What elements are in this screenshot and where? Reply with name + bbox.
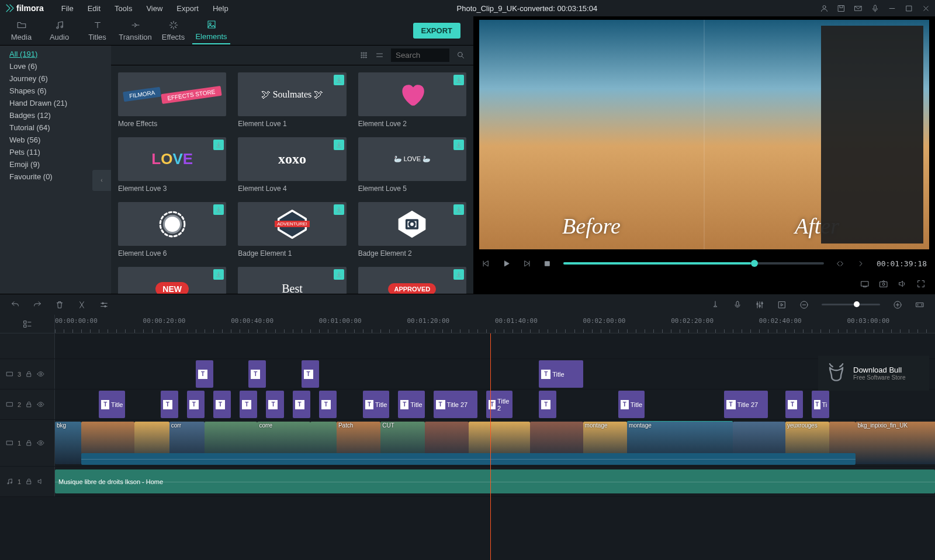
tab-audio[interactable]: Audio [40,18,78,44]
element-thumb[interactable]: NEW [118,267,226,294]
category-item[interactable]: Badges (12) [0,109,111,121]
save-icon[interactable] [837,4,846,13]
category-item[interactable]: Tutorial (64) [0,121,111,134]
title-clip[interactable]: T [196,360,213,388]
download-icon[interactable] [213,269,224,280]
title-clip[interactable]: TTitle [363,391,389,418]
download-icon[interactable] [334,140,344,150]
category-item[interactable]: Hand Drawn (21) [0,97,111,109]
redo-icon[interactable] [33,300,42,309]
track-header-audio[interactable]: 1 [0,467,55,496]
next-frame-icon[interactable] [522,259,531,268]
track-header-2[interactable]: 2 [0,389,55,419]
title-clip[interactable]: T [248,360,266,388]
title-clip[interactable]: T [539,391,556,418]
download-icon[interactable] [213,140,224,150]
title-clip[interactable]: TTi [812,391,829,418]
title-clip[interactable]: TTitle [99,391,125,418]
record-icon[interactable] [733,300,742,309]
title-clip[interactable]: T [161,391,178,418]
maximize-icon[interactable] [905,4,913,13]
download-icon[interactable] [334,204,344,215]
eye-icon[interactable] [37,439,44,447]
zoom-fit-icon[interactable] [915,300,924,309]
element-thumb[interactable]: 🕊 Soulmates 🕊Element Love 1 [238,72,346,128]
marker-next-icon[interactable] [856,259,865,268]
video-clip[interactable]: bkg_inpixio_fin_UK [856,422,935,464]
mixer-icon[interactable] [755,300,764,309]
user-icon[interactable] [820,4,829,13]
download-icon[interactable] [453,75,464,85]
title-clip[interactable]: T [213,391,231,418]
tab-effects[interactable]: Effects [154,18,192,44]
prev-frame-icon[interactable] [482,259,490,268]
preview-viewport[interactable]: Before After [479,20,929,249]
element-thumb[interactable]: Element Love 2 [358,72,466,128]
element-thumb[interactable]: Badge Element 2 [358,202,466,258]
mute-icon[interactable] [37,478,44,485]
minimize-icon[interactable] [888,4,896,13]
embedded-audio[interactable] [81,453,856,465]
category-item[interactable]: Journey (6) [0,72,111,85]
zoom-in-icon[interactable] [893,300,902,309]
tab-media[interactable]: Media [2,18,40,44]
title-clip[interactable]: TTitle [539,360,583,388]
lock-icon[interactable] [25,370,33,378]
zoom-slider[interactable] [822,304,880,305]
element-thumb[interactable]: APPROVED [358,267,466,294]
download-icon[interactable] [453,204,464,215]
mic-icon[interactable] [871,4,879,13]
title-clip[interactable]: TTitle 27 [724,391,768,418]
title-clip[interactable]: T [266,391,283,418]
track-header-1[interactable]: 1 [0,420,55,466]
menu-file[interactable]: File [56,3,79,14]
element-thumb[interactable]: xoxoElement Love 4 [238,137,346,193]
download-icon[interactable] [213,204,224,215]
title-clip[interactable]: TTitle [618,391,645,418]
menu-view[interactable]: View [140,3,168,14]
element-thumb[interactable]: FILMORAEFFECTS STOREMore Effects [118,72,226,128]
element-thumb[interactable]: 🦢 LOVE 🦢Element Love 5 [358,137,466,193]
marker-prev-icon[interactable] [836,259,844,268]
delete-icon[interactable] [55,300,64,309]
render-icon[interactable] [777,300,787,309]
audio-clip[interactable]: Musique libre de droits Ikson - Home [55,469,935,493]
title-clip[interactable]: T [240,391,257,418]
snapshot-icon[interactable] [879,279,888,288]
title-clip[interactable]: TTitle [398,391,424,418]
category-item[interactable]: Web (56) [0,134,111,146]
download-icon[interactable] [453,269,464,280]
menu-help[interactable]: Help [207,3,234,14]
menu-tools[interactable]: Tools [109,3,138,14]
title-clip[interactable]: T [187,391,205,418]
eye-icon[interactable] [37,370,44,378]
title-clip[interactable]: TTitle 27 [434,391,477,418]
lock-icon[interactable] [25,439,33,447]
track-manage-icon[interactable] [0,315,55,333]
category-item[interactable]: Shapes (6) [0,85,111,97]
element-thumb[interactable]: Element Love 6 [118,202,226,258]
lock-icon[interactable] [25,478,33,485]
category-item[interactable]: All (191) [0,48,111,60]
download-icon[interactable] [334,269,344,280]
volume-icon[interactable] [898,279,907,288]
menu-edit[interactable]: Edit [82,3,106,14]
category-item[interactable]: Emoji (9) [0,158,111,171]
title-clip[interactable]: T [785,391,803,418]
eye-icon[interactable] [37,401,44,408]
title-clip[interactable]: TTitle 2 [486,391,512,418]
search-input[interactable] [391,48,449,62]
grid-view-icon[interactable] [359,51,368,60]
tab-elements[interactable]: Elements [192,17,230,44]
preview-scrubber[interactable] [563,262,824,265]
close-icon[interactable] [922,4,930,13]
title-clip[interactable]: T [319,391,337,418]
title-clip[interactable]: T [293,391,310,418]
category-item[interactable]: Pets (11) [0,146,111,158]
menu-export[interactable]: Export [171,3,205,14]
track-header-3[interactable]: 3 [0,359,55,389]
lock-icon[interactable] [25,401,33,408]
export-button[interactable]: EXPORT [413,23,460,39]
fullscreen-icon[interactable] [916,279,926,288]
split-icon[interactable] [77,300,86,309]
